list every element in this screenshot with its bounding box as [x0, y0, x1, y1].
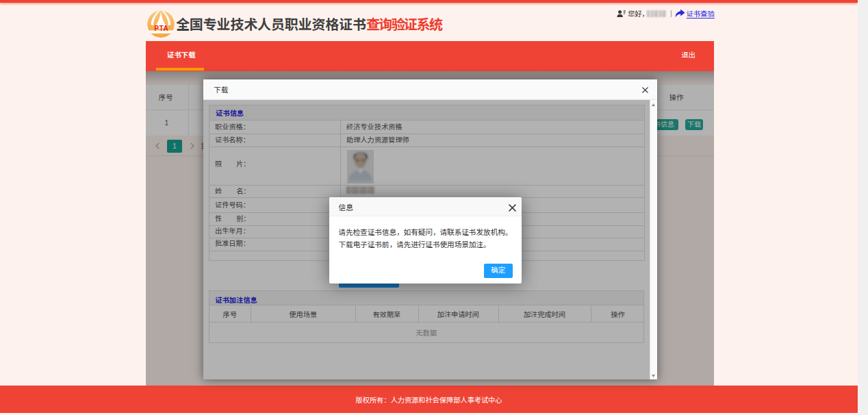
svg-text:PTA: PTA	[154, 25, 168, 32]
